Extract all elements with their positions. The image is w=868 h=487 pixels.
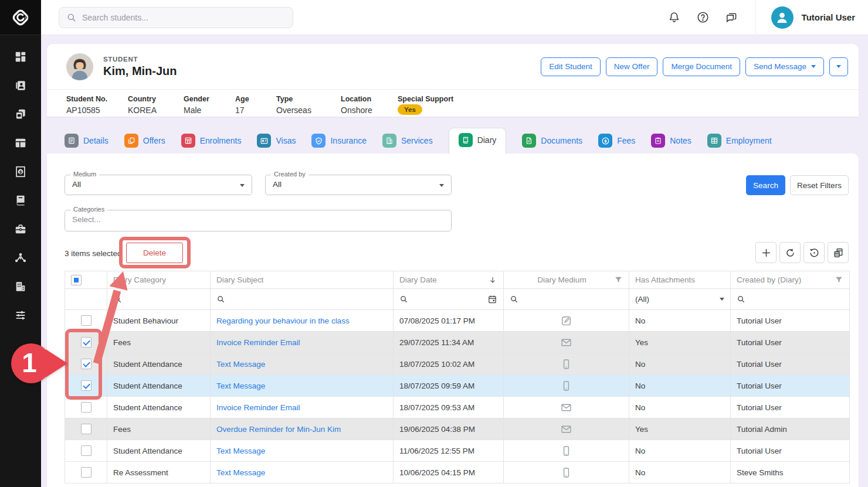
svg-text:$: $ xyxy=(19,169,22,174)
sidebar-item-courses[interactable] xyxy=(0,186,41,214)
tab-diary[interactable]: Diary xyxy=(449,128,507,154)
more-actions-dropdown-button[interactable] xyxy=(829,57,848,76)
filter-funnel-icon[interactable] xyxy=(835,275,843,284)
created-by-filter-select[interactable]: Created by All xyxy=(265,175,452,195)
grid-toolbar xyxy=(755,242,849,263)
row-checkbox[interactable] xyxy=(81,424,91,434)
tab-offers[interactable]: Offers xyxy=(124,134,165,154)
email-medium-icon xyxy=(560,423,572,435)
table-row[interactable]: FeesOverdue Reminder for Min-Jun Kim19/0… xyxy=(65,418,850,440)
tab-insurance[interactable]: Insurance xyxy=(311,134,366,154)
search-button[interactable]: Search xyxy=(746,175,785,195)
offers-icon xyxy=(14,108,27,121)
search-input[interactable] xyxy=(82,13,276,22)
history-button[interactable] xyxy=(803,242,825,263)
row-checkbox[interactable] xyxy=(81,467,91,478)
column-header-has-attachments[interactable]: Has Attachments xyxy=(629,271,731,289)
sidebar-item-dashboard[interactable] xyxy=(0,42,41,71)
column-chooser-button[interactable] xyxy=(828,242,849,263)
subject-filter-cell[interactable] xyxy=(211,289,394,310)
row-checkbox[interactable] xyxy=(81,380,91,391)
column-header-diary-subject[interactable]: Diary Subject xyxy=(211,271,394,289)
diary-subject-link[interactable]: Text Message xyxy=(216,447,265,455)
attachments-filter-cell[interactable]: (All) xyxy=(629,289,731,310)
table-row[interactable]: Student AttendanceInvoice Reminder Email… xyxy=(65,397,850,418)
sidebar-item-students[interactable] xyxy=(0,71,41,100)
column-header-diary-category[interactable]: Diary Category xyxy=(107,271,211,289)
refresh-button[interactable] xyxy=(779,242,801,263)
delete-button[interactable]: Delete xyxy=(126,243,183,263)
diary-subject-link[interactable]: Overdue Reminder for Min-Jun Kim xyxy=(216,425,341,434)
created-by-filter-cell[interactable] xyxy=(731,289,850,310)
cell-diary-category: Student Behaviour xyxy=(107,310,211,332)
tab-visas[interactable]: Visas xyxy=(257,134,296,154)
sidebar-item-campus[interactable] xyxy=(0,272,41,301)
table-row[interactable]: Student AttendanceText Message11/06/2025… xyxy=(65,440,850,462)
table-row[interactable]: Student AttendanceText Message18/07/2025… xyxy=(65,353,850,375)
cell-created-by: Tutorial User xyxy=(731,375,850,397)
phone-medium-icon xyxy=(560,380,572,392)
cell-has-attachments: No xyxy=(629,375,731,397)
tab-employment[interactable]: Employment xyxy=(707,134,772,154)
sidebar-item-offers[interactable] xyxy=(0,100,41,128)
notifications-bell-icon[interactable] xyxy=(667,11,681,24)
tab-services[interactable]: Services xyxy=(382,134,433,154)
tab-details[interactable]: Details xyxy=(65,134,108,154)
student-search-box[interactable] xyxy=(59,7,293,28)
tab-notes[interactable]: Notes xyxy=(651,134,691,154)
help-icon[interactable] xyxy=(696,11,710,24)
diary-subject-link[interactable]: Text Message xyxy=(216,468,265,477)
tab-enrolments[interactable]: Enrolments xyxy=(181,134,242,154)
diary-subject-link[interactable]: Text Message xyxy=(216,360,265,369)
select-all-checkbox[interactable] xyxy=(71,275,82,285)
medium-filter-select[interactable]: Medium All xyxy=(65,175,252,195)
table-row[interactable]: FeesInvoice Reminder Email29/07/2025 11:… xyxy=(65,332,850,353)
table-row[interactable]: Re AssessmentText Message10/06/2025 04:1… xyxy=(65,462,850,483)
table-row[interactable]: Student BehaviourRegarding your behaviou… xyxy=(65,310,850,332)
sidebar-item-enrolments[interactable] xyxy=(0,128,41,157)
search-icon xyxy=(113,295,122,304)
merge-document-button[interactable]: Merge Document xyxy=(663,57,740,76)
table-row[interactable]: Student AttendanceText Message18/07/2025… xyxy=(65,375,850,397)
row-checkbox[interactable] xyxy=(81,402,91,413)
chevron-down-icon xyxy=(720,298,724,301)
tab-documents[interactable]: Documents xyxy=(522,134,582,154)
calendar-icon[interactable] xyxy=(487,294,497,304)
reset-filters-button[interactable]: Reset Filters xyxy=(790,175,849,195)
diary-subject-link[interactable]: Invoice Reminder Email xyxy=(216,403,300,412)
column-header-diary-date[interactable]: Diary Date xyxy=(394,271,504,289)
filter-funnel-icon[interactable] xyxy=(614,275,623,284)
sidebar-item-agents[interactable] xyxy=(0,243,41,272)
row-checkbox[interactable] xyxy=(81,445,91,456)
search-icon xyxy=(66,12,77,23)
app-logo-icon[interactable] xyxy=(0,0,41,35)
topbar: Tutorial User xyxy=(41,0,868,35)
diary-subject-link[interactable]: Regarding your behaviour in the class xyxy=(216,316,350,325)
sidebar-item-services[interactable] xyxy=(0,214,41,243)
sidebar-item-fees[interactable]: $ xyxy=(0,157,41,186)
tab-fees[interactable]: $Fees xyxy=(598,134,635,154)
edit-student-button[interactable]: Edit Student xyxy=(541,57,601,76)
medium-filter-cell[interactable] xyxy=(504,289,629,310)
new-offer-button[interactable]: New Offer xyxy=(606,57,658,76)
messages-icon[interactable] xyxy=(724,11,738,24)
diary-subject-link[interactable]: Invoice Reminder Email xyxy=(216,338,300,347)
row-checkbox[interactable] xyxy=(81,359,91,369)
category-filter-cell[interactable] xyxy=(107,289,211,310)
row-checkbox[interactable] xyxy=(81,337,91,348)
sidebar-item-settings[interactable] xyxy=(0,301,41,329)
categories-filter-select[interactable]: Categories Select... xyxy=(65,210,452,231)
email-medium-icon xyxy=(560,336,572,349)
fees-tab-icon: $ xyxy=(598,134,612,148)
column-header-diary-medium[interactable]: Diary Medium xyxy=(504,271,629,289)
row-checkbox[interactable] xyxy=(81,315,91,326)
column-header-created-by[interactable]: Created by (Diary) xyxy=(731,271,850,289)
date-filter-cell[interactable] xyxy=(394,289,504,310)
user-avatar[interactable] xyxy=(771,6,794,29)
send-message-button[interactable]: Send Message xyxy=(745,57,824,76)
topbar-divider xyxy=(755,0,756,35)
student-number: AP10585 xyxy=(66,105,128,115)
add-row-button[interactable] xyxy=(755,242,777,263)
cell-diary-category: Student Attendance xyxy=(107,397,211,418)
diary-subject-link[interactable]: Text Message xyxy=(216,382,265,390)
